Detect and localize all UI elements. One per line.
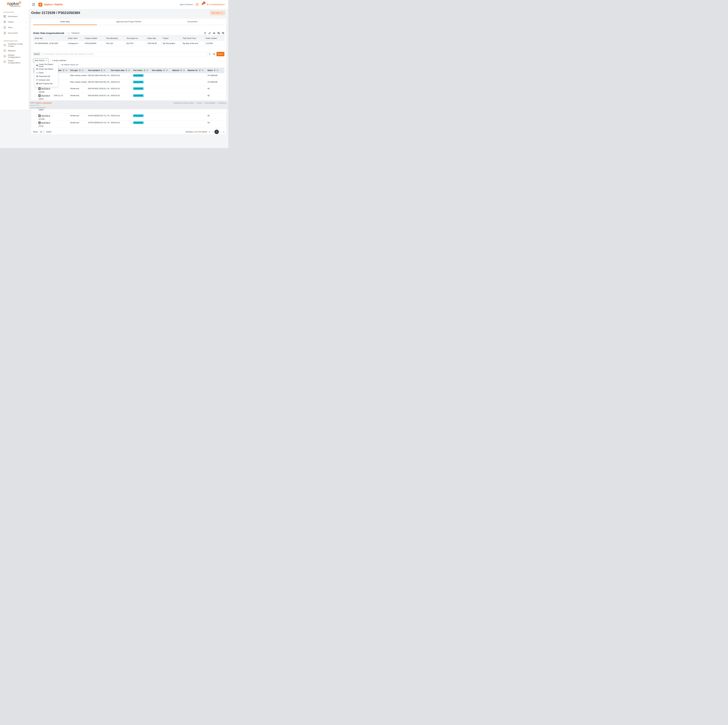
table-row: B127/25-9... 217209 Tensile test ASTM D3… (33, 113, 224, 120)
notifications-button[interactable]: 20 (201, 3, 204, 6)
order-date-value: 2025-06-05 (146, 41, 161, 46)
contact-us-link[interactable]: Contact us (218, 102, 226, 104)
help-icon[interactable]: ? (196, 3, 199, 6)
test-link[interactable]: B127/25-9 (41, 95, 50, 97)
material-ref-cell (187, 93, 206, 100)
app-window: Applus+ laboratories NAVIGATION Dashboar… (0, 0, 228, 148)
material-ref-cell (187, 73, 206, 80)
menu-item-create-test-report-annex[interactable]: Create Test Report Annex (35, 63, 58, 67)
new-tests-button[interactable]: New Tests (210, 11, 225, 15)
row-checkbox[interactable] (35, 87, 37, 89)
tab-approval-project-partner[interactable]: Approval and Project Partner (97, 18, 161, 25)
sidebar-item-documents[interactable]: Documents (0, 30, 29, 36)
previous-page-icon[interactable]: ‹ (212, 131, 213, 133)
menu-item-label: Create Test Report Annex (38, 63, 57, 67)
table-settings-icon[interactable] (217, 32, 220, 34)
material-ref-cell (187, 86, 206, 93)
imprint-link[interactable]: Imprint (197, 102, 202, 104)
material-cell (171, 86, 187, 93)
filter-icon[interactable] (214, 70, 216, 71)
chevron-down-icon (46, 60, 47, 61)
chevron-right-icon: › (26, 26, 26, 29)
sort-icon[interactable]: AZ (217, 70, 218, 71)
page-title: Order 2172539 / P302105038X (31, 11, 80, 15)
test-date-cell (52, 120, 69, 127)
test-validity-cell (151, 93, 171, 100)
filter-icon[interactable] (180, 70, 182, 71)
sidebar-item-display-configurations[interactable]: Display Configurations (0, 53, 29, 59)
sort-icon[interactable]: AZ (104, 70, 105, 71)
table-export-icon[interactable] (222, 32, 224, 34)
menu-item-bulk-property-edit[interactable]: Bulk Property Edit (35, 82, 58, 85)
filter-icon[interactable] (63, 70, 64, 71)
column-header-test-type: Test type AZ (69, 69, 87, 71)
menu-item-compare-view[interactable]: Compare view (35, 78, 58, 82)
test-standard-cell: DIN EN 2564:2019-08 | Test... (87, 73, 110, 80)
filter-icon[interactable] (101, 70, 102, 71)
test-link[interactable]: B127/25-9 (41, 88, 50, 90)
hamburger-menu-icon[interactable] (32, 3, 35, 6)
task-short-form-value: My Idea of this test (181, 41, 204, 46)
sort-icon[interactable]: AZ (183, 70, 185, 71)
sidebar-item-orders[interactable]: Orders › (0, 19, 29, 25)
test-doc-icon (38, 121, 41, 124)
plus-icon: + (19, 2, 21, 4)
filter-settings-button[interactable] (212, 52, 216, 56)
transpose-toggle[interactable] (66, 32, 70, 34)
column-header-test-status: Test status AZ (132, 69, 151, 71)
specimen-number: 21975 (38, 98, 50, 100)
filter-icon[interactable] (163, 70, 165, 71)
sidebar-item-dashboard[interactable]: Dashboard (0, 14, 29, 19)
report-annex-icon (36, 64, 38, 66)
tab-documents[interactable]: Documents (161, 18, 224, 25)
menu-item-export[interactable]: Export (35, 71, 58, 74)
eye-icon[interactable] (213, 32, 215, 34)
row-checkbox[interactable] (35, 122, 37, 124)
search-input[interactable] (40, 52, 207, 56)
menu-item-create-test-report[interactable]: Create Test Report (35, 67, 58, 71)
sort-icon[interactable]: AZ (202, 70, 203, 71)
tab-order-data[interactable]: Order data (33, 18, 97, 25)
give-feedback-link[interactable]: Give feedback (205, 102, 216, 104)
test-link[interactable]: B127/25-9 (41, 115, 50, 117)
sort-icon[interactable]: AZ (147, 70, 148, 71)
sort-icon[interactable]: AZ (128, 70, 130, 71)
edit-pencil-icon[interactable] (208, 32, 211, 34)
sort-icon[interactable]: AZ (166, 70, 168, 71)
test-type-cell: Tensile test (69, 113, 87, 120)
refresh-icon[interactable] (204, 32, 206, 34)
column-header-label: Test validity (152, 69, 162, 71)
first-page-icon[interactable]: « (209, 131, 210, 133)
clear-search-button[interactable]: X (208, 52, 211, 56)
chevron-down-icon (43, 132, 44, 132)
sidebar-item-mapping[interactable]: Mapping (0, 48, 29, 53)
filter-icon[interactable] (144, 70, 145, 71)
row-checkbox[interactable] (35, 95, 37, 97)
column-header-material-ref: Material ref. AZ (187, 69, 206, 71)
sidebar-item-import-configurations[interactable]: Import Configurations (0, 59, 29, 64)
filter-icon[interactable] (79, 70, 81, 71)
order-data-table: Order title Order client Project number … (33, 35, 224, 46)
specimen-number: 219759 (38, 91, 50, 93)
test-type-cell: Fiber volume content (69, 73, 87, 80)
apps-services-link[interactable]: Apps & Services (180, 3, 193, 6)
filter-icon[interactable] (125, 70, 127, 71)
company-link[interactable]: Applus+ Laboratories (36, 102, 52, 104)
page-size-select[interactable]: 10 (39, 130, 45, 133)
sort-icon[interactable]: AZ (82, 70, 83, 71)
row-checkbox[interactable] (35, 115, 37, 116)
last-page-icon[interactable]: » (223, 131, 224, 133)
search-button[interactable]: Search (217, 52, 224, 56)
showing-from: 1 (193, 131, 194, 133)
disclaimer-privacy-link[interactable]: Disclaimer & Privacy Policy (174, 102, 194, 104)
filter-icon[interactable] (199, 70, 200, 71)
user-menu[interactable]: testlab@digilab.de (206, 3, 225, 6)
menu-item-sequential-edit[interactable]: Sequential edit (35, 74, 58, 78)
next-page-icon[interactable]: › (220, 131, 221, 133)
current-page-button[interactable]: 1 (214, 130, 219, 134)
sidebar-item-graphical-config-creator[interactable]: Graphical Config Creator (0, 42, 29, 48)
sidebar-item-tests[interactable]: Tests › (0, 25, 29, 30)
test-link[interactable]: B127/25-9 (41, 122, 50, 124)
sort-icon[interactable]: AZ (66, 70, 67, 71)
test-date-cell (52, 113, 69, 120)
